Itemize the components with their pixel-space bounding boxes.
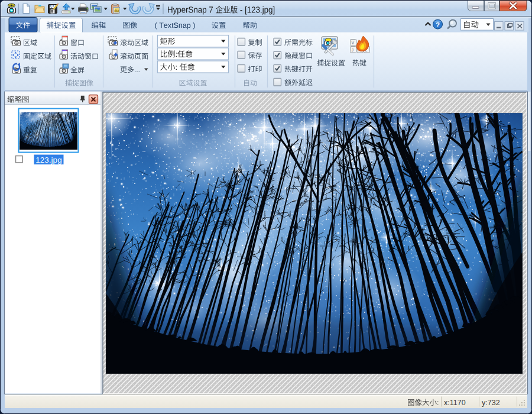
svg-text:V: V (352, 41, 355, 45)
svg-text:?: ? (436, 21, 440, 28)
svg-text:123.jpg: 123.jpg (35, 156, 61, 164)
svg-text:J: J (352, 48, 353, 52)
svg-text:y:732: y:732 (482, 399, 500, 407)
svg-text:x:1170: x:1170 (444, 399, 466, 407)
